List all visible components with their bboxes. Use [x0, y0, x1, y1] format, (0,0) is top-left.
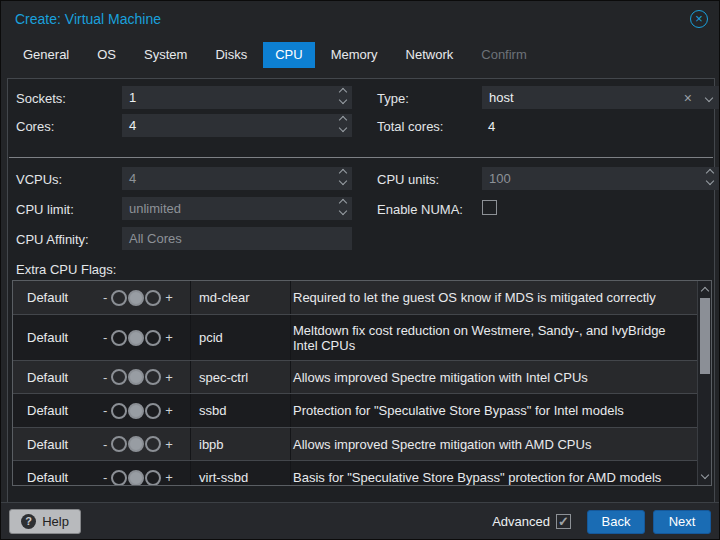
enable-numa-checkbox[interactable]: [482, 200, 497, 215]
minus-icon[interactable]: -: [103, 437, 107, 452]
flag-row-ibpb[interactable]: Default - + ibpb Allows improved Spectre…: [13, 428, 699, 461]
close-icon[interactable]: ×: [690, 10, 708, 28]
type-combobox[interactable]: host ×: [482, 86, 719, 109]
scrollbar-thumb[interactable]: [700, 298, 710, 374]
tab-cpu[interactable]: CPU: [263, 42, 314, 68]
cpu-limit-label: CPU limit:: [16, 202, 74, 217]
slider-off-position[interactable]: [111, 436, 127, 452]
spinner-down-icon[interactable]: [706, 177, 714, 185]
flag-tristate-slider[interactable]: - +: [103, 470, 173, 486]
flag-row-virt-ssbd[interactable]: Default - + virt-ssbd Basis for "Specula…: [13, 461, 699, 486]
cpu-limit-input[interactable]: unlimited: [122, 197, 352, 220]
tab-confirm: Confirm: [469, 42, 539, 68]
tab-general[interactable]: General: [11, 42, 81, 68]
scroll-down-icon[interactable]: [701, 471, 709, 479]
plus-icon[interactable]: +: [165, 330, 173, 345]
scroll-up-icon[interactable]: [701, 287, 709, 295]
minus-icon[interactable]: -: [103, 403, 107, 418]
cpu-units-label: CPU units:: [377, 172, 439, 187]
cores-label: Cores:: [16, 119, 54, 134]
cores-input[interactable]: 4: [122, 114, 352, 137]
flag-tristate-slider[interactable]: - +: [103, 290, 173, 306]
help-button-label: Help: [42, 514, 69, 529]
tab-memory[interactable]: Memory: [319, 42, 390, 68]
dropdown-chevron-icon[interactable]: [705, 94, 713, 102]
section-divider: [9, 157, 713, 158]
create-vm-dialog: Create: Virtual Machine × General OS Sys…: [0, 0, 720, 540]
tab-network[interactable]: Network: [394, 42, 466, 68]
spinner-down-icon[interactable]: [339, 207, 347, 215]
slider-on-position[interactable]: [145, 369, 161, 385]
slider-off-position[interactable]: [111, 330, 127, 346]
column-divider: [290, 281, 291, 314]
slider-on-position[interactable]: [145, 436, 161, 452]
cpu-affinity-input[interactable]: All Cores: [122, 227, 352, 250]
slider-default-position[interactable]: [128, 330, 144, 346]
footer-toolbar: ? Help Advanced Back Next: [1, 502, 719, 539]
help-button[interactable]: ? Help: [9, 509, 81, 534]
flag-tristate-slider[interactable]: - +: [103, 369, 173, 385]
column-divider: [290, 315, 291, 360]
flag-tristate-slider[interactable]: - +: [103, 330, 173, 346]
spinner-down-icon[interactable]: [339, 124, 347, 132]
cpu-affinity-placeholder: All Cores: [122, 227, 352, 246]
plus-icon[interactable]: +: [165, 403, 173, 418]
tab-disks[interactable]: Disks: [203, 42, 259, 68]
cpu-units-value: 100: [482, 167, 719, 186]
flag-tristate-slider[interactable]: - +: [103, 436, 173, 452]
slider-off-position[interactable]: [111, 290, 127, 306]
flag-tristate-slider[interactable]: - +: [103, 403, 173, 419]
flag-state: Default: [27, 330, 68, 345]
sockets-input[interactable]: 1: [122, 86, 352, 109]
slider-on-position[interactable]: [145, 403, 161, 419]
vcpus-spinner[interactable]: [340, 170, 346, 184]
column-divider: [190, 281, 191, 314]
tab-system[interactable]: System: [132, 42, 199, 68]
slider-on-position[interactable]: [145, 470, 161, 486]
slider-off-position[interactable]: [111, 403, 127, 419]
flag-row-ssbd[interactable]: Default - + ssbd Protection for "Specula…: [13, 394, 699, 428]
slider-off-position[interactable]: [111, 369, 127, 385]
back-button[interactable]: Back: [587, 510, 645, 534]
column-divider: [290, 428, 291, 460]
slider-off-position[interactable]: [111, 470, 127, 486]
total-cores-value: 4: [488, 119, 495, 134]
slider-default-position[interactable]: [128, 290, 144, 306]
flag-row-spec-ctrl[interactable]: Default - + spec-ctrl Allows improved Sp…: [13, 361, 699, 394]
minus-icon[interactable]: -: [103, 370, 107, 385]
plus-icon[interactable]: +: [165, 470, 173, 485]
next-button[interactable]: Next: [653, 510, 711, 534]
minus-icon[interactable]: -: [103, 290, 107, 305]
cpu-units-spinner[interactable]: [707, 170, 713, 184]
cores-spinner[interactable]: [340, 117, 346, 131]
cpu-limit-spinner[interactable]: [340, 200, 346, 214]
clear-icon[interactable]: ×: [684, 91, 692, 105]
cpu-units-input[interactable]: 100: [482, 167, 719, 190]
plus-icon[interactable]: +: [165, 290, 173, 305]
slider-default-position[interactable]: [128, 436, 144, 452]
minus-icon[interactable]: -: [103, 330, 107, 345]
slider-on-position[interactable]: [145, 290, 161, 306]
plus-icon[interactable]: +: [165, 370, 173, 385]
sockets-spinner[interactable]: [340, 89, 346, 103]
flag-state: Default: [27, 370, 68, 385]
vcpus-input[interactable]: 4: [122, 167, 352, 190]
grid-scrollbar[interactable]: [697, 281, 711, 485]
slider-default-position[interactable]: [128, 470, 144, 486]
slider-on-position[interactable]: [145, 330, 161, 346]
column-divider: [190, 394, 191, 427]
tab-os[interactable]: OS: [85, 42, 128, 68]
slider-default-position[interactable]: [128, 403, 144, 419]
vcpus-label: VCPUs:: [16, 172, 62, 187]
flag-row-md-clear[interactable]: Default - + md-clear Required to let the…: [13, 281, 699, 315]
advanced-checkbox[interactable]: [556, 514, 571, 529]
sockets-value: 1: [122, 86, 352, 105]
spinner-down-icon[interactable]: [339, 96, 347, 104]
slider-default-position[interactable]: [128, 369, 144, 385]
minus-icon[interactable]: -: [103, 470, 107, 485]
spinner-down-icon[interactable]: [339, 177, 347, 185]
plus-icon[interactable]: +: [165, 437, 173, 452]
flag-name: md-clear: [199, 290, 250, 305]
column-divider: [190, 428, 191, 460]
flag-row-pcid[interactable]: Default - + pcid Meltdown fix cost reduc…: [13, 315, 699, 361]
